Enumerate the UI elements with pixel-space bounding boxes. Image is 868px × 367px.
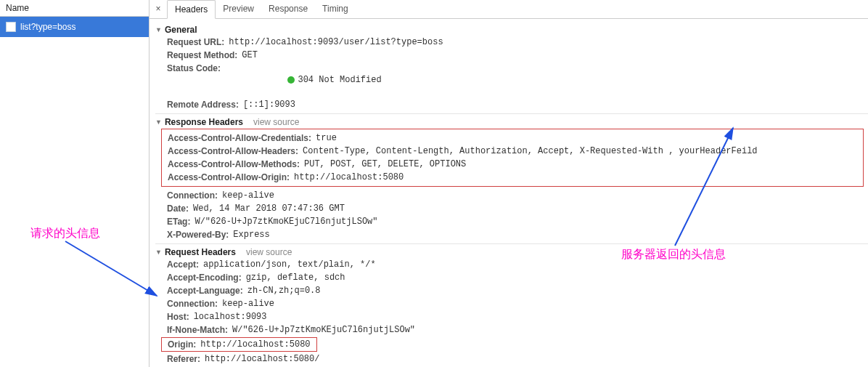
value: keep-alive xyxy=(222,190,274,201)
requests-sidebar: Name list?type=boss xyxy=(0,0,150,367)
tab-preview[interactable]: Preview xyxy=(216,0,261,18)
label: Access-Control-Allow-Methods: xyxy=(168,158,300,170)
label: Accept-Language: xyxy=(167,285,243,297)
access-control-allow-origin: Access-Control-Allow-Origin: http://loca… xyxy=(168,172,860,183)
label: Status Code: xyxy=(167,62,221,97)
response-headers-highlight-box: Access-Control-Allow-Credentials: true A… xyxy=(161,129,864,187)
section-general-toggle[interactable]: ▼ General xyxy=(155,25,197,35)
tab-response[interactable]: Response xyxy=(261,0,315,18)
response-date: Date: Wed, 14 Mar 2018 07:47:36 GMT xyxy=(167,203,868,214)
label: Referer: xyxy=(167,353,200,365)
access-control-allow-methods: Access-Control-Allow-Methods: PUT, POST,… xyxy=(168,158,860,170)
access-control-allow-credentials: Access-Control-Allow-Credentials: true xyxy=(168,132,860,144)
label: Access-Control-Allow-Credentials: xyxy=(168,132,311,144)
request-origin: Origin: http://localhost:5080 xyxy=(168,339,311,350)
value: http://localhost:5080 xyxy=(200,339,310,350)
value: Content-Type, Content-Length, Authorizat… xyxy=(303,145,758,157)
status-dot-icon xyxy=(287,76,295,84)
request-list-item[interactable]: list?type=boss xyxy=(0,17,149,37)
value: PUT, POST, GET, DELETE, OPTIONS xyxy=(304,158,466,170)
chevron-down-icon: ▼ xyxy=(155,249,162,256)
section-response-headers: ▼ Response Headers view source Access-Co… xyxy=(155,113,868,241)
value: http://localhost:5080 xyxy=(294,172,404,183)
value: application/json, text/plain, */* xyxy=(203,259,376,270)
section-request-headers-title: Request Headers xyxy=(165,247,236,257)
general-request-method: Request Method: GET xyxy=(167,49,868,61)
request-headers-view-source-link[interactable]: view source xyxy=(246,247,292,257)
value: http://localhost:9093/user/list?type=bos… xyxy=(229,36,443,48)
label: Date: xyxy=(167,203,189,214)
value: zh-CN,zh;q=0.8 xyxy=(247,285,321,297)
value: 304 Not Modified xyxy=(225,62,382,97)
label: X-Powered-By: xyxy=(167,229,229,241)
chevron-down-icon: ▼ xyxy=(155,26,162,33)
details-panel: × Headers Preview Response Timing ▼ Gene… xyxy=(150,0,868,367)
section-general: ▼ General Request URL: http://localhost:… xyxy=(155,22,868,110)
label: If-None-Match: xyxy=(167,324,228,336)
value: http://localhost:5080/ xyxy=(205,353,319,365)
label: ETag: xyxy=(167,216,190,227)
label: Host: xyxy=(167,311,189,323)
section-response-headers-toggle[interactable]: ▼ Response Headers xyxy=(155,117,243,127)
label: Request URL: xyxy=(167,36,224,48)
value: keep-alive xyxy=(222,298,274,310)
label: Remote Address: xyxy=(167,99,239,110)
label: Request Method: xyxy=(167,49,237,61)
value: [::1]:9093 xyxy=(243,99,295,110)
general-remote-address: Remote Address: [::1]:9093 xyxy=(167,99,868,110)
response-etag: ETag: W/"626-U+Jp7ztKmoKEjuC7l6njutjLSOw… xyxy=(167,216,868,227)
section-request-headers-toggle[interactable]: ▼ Request Headers xyxy=(155,247,236,257)
section-request-headers: ▼ Request Headers view source Accept: ap… xyxy=(155,243,868,367)
document-icon xyxy=(6,22,16,32)
request-accept: Accept: application/json, text/plain, */… xyxy=(167,259,868,270)
value: Wed, 14 Mar 2018 07:47:36 GMT xyxy=(193,203,345,214)
response-x-powered-by: X-Powered-By: Express xyxy=(167,229,868,241)
label: Connection: xyxy=(167,190,218,201)
tab-timing[interactable]: Timing xyxy=(315,0,356,18)
label: Accept-Encoding: xyxy=(167,272,242,283)
request-origin-highlight-box: Origin: http://localhost:5080 xyxy=(161,337,317,352)
value: true xyxy=(316,132,337,144)
request-accept-encoding: Accept-Encoding: gzip, deflate, sdch xyxy=(167,272,868,283)
label: Connection: xyxy=(167,298,218,310)
chevron-down-icon: ▼ xyxy=(155,118,162,126)
value: GET xyxy=(242,49,258,61)
value: localhost:9093 xyxy=(194,311,267,323)
request-accept-language: Accept-Language: zh-CN,zh;q=0.8 xyxy=(167,285,868,297)
general-request-url: Request URL: http://localhost:9093/user/… xyxy=(167,36,868,48)
response-headers-view-source-link[interactable]: view source xyxy=(253,117,299,127)
general-status-code: Status Code: 304 Not Modified xyxy=(167,62,868,97)
label: Accept: xyxy=(167,259,199,270)
value: W/"626-U+Jp7ztKmoKEjuC7l6njutjLSOw" xyxy=(195,216,377,227)
value: gzip, deflate, sdch xyxy=(246,272,345,283)
label: Access-Control-Allow-Headers: xyxy=(168,145,298,157)
sidebar-header-name[interactable]: Name xyxy=(0,0,149,17)
label: Origin: xyxy=(168,339,196,350)
response-connection: Connection: keep-alive xyxy=(167,190,868,201)
request-item-label: list?type=boss xyxy=(20,22,75,32)
request-host: Host: localhost:9093 xyxy=(167,311,868,323)
headers-pane: ▼ General Request URL: http://localhost:… xyxy=(150,19,868,367)
tab-headers[interactable]: Headers xyxy=(167,0,216,19)
label: Access-Control-Allow-Origin: xyxy=(168,172,290,183)
request-referer: Referer: http://localhost:5080/ xyxy=(167,353,868,365)
request-connection: Connection: keep-alive xyxy=(167,298,868,310)
value: Express xyxy=(233,229,269,241)
tabs-bar: × Headers Preview Response Timing xyxy=(150,0,868,19)
access-control-allow-headers: Access-Control-Allow-Headers: Content-Ty… xyxy=(168,145,860,157)
close-icon[interactable]: × xyxy=(150,0,167,18)
value: W/"626-U+Jp7ztKmoKEjuC7l6njutjLSOw" xyxy=(232,324,415,336)
request-if-none-match: If-None-Match: W/"626-U+Jp7ztKmoKEjuC7l6… xyxy=(167,324,868,336)
section-general-title: General xyxy=(165,25,197,35)
section-response-headers-title: Response Headers xyxy=(165,117,243,127)
